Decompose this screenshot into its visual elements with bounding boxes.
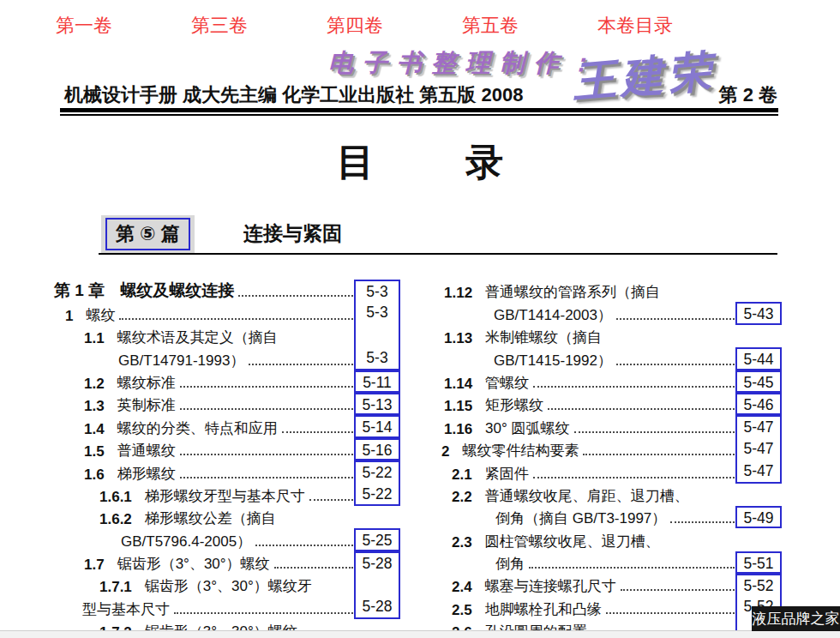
toc-entry-number: 1.16	[444, 421, 472, 438]
page-number-link[interactable]: 5-3	[354, 302, 400, 324]
dot-leader	[255, 545, 353, 546]
nav-link-volume-1[interactable]: 第一卷	[56, 13, 112, 39]
toc-entry-title: 普通螺纹的管路系列（摘自	[485, 282, 660, 302]
dot-leader	[574, 431, 735, 433]
dot-leader	[548, 408, 735, 410]
toc-entry-number: 1.1	[84, 330, 105, 347]
page-number-link[interactable]: 5-45	[735, 370, 782, 393]
toc-entry-number: 1.4	[84, 421, 105, 438]
page-number-link[interactable]: 5-49	[735, 506, 782, 528]
page-number-link[interactable]: 5-51	[735, 551, 782, 574]
page-number-link[interactable]: 5-14	[354, 415, 400, 437]
page-number-link[interactable]: 5-16	[354, 438, 400, 460]
toc-entry-title: 螺纹的分类、特点和应用	[117, 418, 278, 438]
toc-entry: 1.6梯形螺纹5-22	[54, 460, 400, 483]
page-number-cell[interactable]	[354, 325, 400, 347]
header-rule-thick	[60, 108, 778, 112]
toc-entry-title: 螺纹	[86, 305, 115, 325]
toc-entry: 1.3英制标准5-13	[54, 393, 400, 415]
toc-entry-number: 1.3	[84, 398, 105, 415]
nav-link-this-volume-toc[interactable]: 本卷目录	[597, 13, 673, 39]
toc-entry-title: 倒角	[495, 554, 525, 574]
toc-entry: 1.4螺纹的分类、特点和应用5-14	[54, 415, 400, 437]
page-number-cell	[735, 528, 782, 551]
page-number-link[interactable]: 5-22	[354, 484, 400, 506]
toc-entry: GB/T1414-2003）5-43	[435, 302, 782, 324]
toc-entry-title: 紧固件	[485, 464, 529, 484]
page-number-cell	[735, 484, 782, 506]
toc-entry-title: 30° 圆弧螺纹	[485, 418, 569, 438]
toc-column-left: 第 1 章螺纹及螺纹连接5-31螺纹5-31.1螺纹术语及其定义（摘自GB/T1…	[54, 280, 400, 638]
page-number-link[interactable]: 5-3	[354, 347, 400, 370]
toc-entry: 1.5普通螺纹5-16	[54, 438, 400, 460]
page-number-link[interactable]: 5-47	[735, 415, 782, 437]
toc-entry: 1.1630° 圆弧螺纹5-47	[435, 415, 782, 437]
toc-entry: 2.3圆柱管螺纹收尾、退刀槽、	[435, 528, 782, 551]
dot-leader	[670, 521, 735, 523]
ebook-maker-credit: 电子书整理制作：	[328, 46, 603, 81]
page-number-link[interactable]: 5-43	[735, 302, 782, 324]
toc-entry-title: GB/T14791-1993）	[118, 351, 244, 370]
toc-entry-title: 梯形螺纹公差（摘自	[145, 509, 276, 528]
page-number-link[interactable]: 5-47	[735, 438, 782, 460]
page-number-link[interactable]: 5-25	[354, 528, 400, 551]
toc-entry-title: 螺纹零件结构要素	[462, 441, 579, 460]
page-number-link[interactable]: 5-52	[735, 574, 782, 596]
page-number-link[interactable]: 5-22	[354, 460, 400, 483]
toc-entry-number: 2	[441, 443, 449, 460]
section-badge-link[interactable]: 第 ⑤ 篇	[105, 218, 190, 250]
toc-entry-number: 1.7.1	[99, 579, 132, 596]
toc-entry-number: 1.7	[84, 557, 105, 574]
dot-leader	[533, 386, 735, 388]
nav-link-volume-4[interactable]: 第四卷	[327, 13, 383, 39]
dot-leader	[174, 612, 353, 614]
toc-entry-number: 2.5	[452, 602, 472, 619]
page-number-link[interactable]: 5-46	[735, 393, 782, 415]
toc-column-right: 1.12普通螺纹的管路系列（摘自GB/T1414-2003）5-431.13米制…	[435, 280, 782, 638]
dot-leader	[282, 431, 353, 433]
toc-entry-title: 螺纹术语及其定义（摘自	[117, 328, 278, 347]
page-number-link[interactable]: 5-28	[354, 551, 400, 574]
viewer-bottom-strip	[0, 630, 840, 638]
dot-leader	[180, 408, 353, 410]
toc-entry: 1.7锯齿形（3°、30°）螺纹5-28	[54, 551, 400, 574]
toc-entry: 1.13米制锥螺纹（摘自	[435, 325, 782, 347]
page-number-cell[interactable]	[354, 574, 400, 596]
toc-entry-title: 型与基本尺寸	[82, 599, 170, 619]
toc-entry: 1.6.1梯形螺纹牙型与基本尺寸5-22	[54, 484, 400, 506]
dot-leader	[249, 364, 353, 365]
page-number-link[interactable]: 5-28	[354, 596, 400, 618]
toc-entry-number: 2.1	[452, 466, 472, 484]
page-title-char: 目	[337, 137, 375, 188]
toc-entry: 2.2普通螺纹收尾、肩距、退刀槽、	[435, 484, 782, 506]
dot-leader	[616, 318, 735, 320]
page-number-link[interactable]: 5-3	[354, 280, 400, 302]
toc-entry: 1螺纹5-3	[54, 302, 400, 324]
toc-entry-title: 管螺纹	[485, 373, 529, 393]
page-number-link[interactable]: 5-11	[354, 370, 400, 393]
dot-leader	[533, 477, 735, 478]
toc-entry-title: 锯齿形（3°、30°）螺纹牙	[145, 576, 312, 596]
toc-entry: GB/T5796.4-2005）5-25	[54, 528, 400, 551]
dot-leader	[309, 499, 353, 501]
page-number-cell	[735, 280, 782, 302]
dot-leader	[606, 612, 735, 614]
section-rule	[99, 253, 777, 255]
toc-entry-number: 1	[65, 308, 73, 325]
toc-entry: 型与基本尺寸5-28	[54, 596, 400, 618]
toc-entry: 2.5地脚螺栓孔和凸缘5-52	[435, 596, 782, 618]
nav-link-volume-3[interactable]: 第三卷	[191, 13, 248, 39]
page-number-link[interactable]: 5-44	[735, 347, 782, 370]
nav-link-volume-5[interactable]: 第五卷	[462, 13, 519, 39]
page-title: 目 录	[0, 137, 840, 188]
dot-leader	[180, 386, 353, 388]
page-number-link[interactable]: 5-47	[735, 460, 782, 483]
toc-entry-number: 第 1 章	[54, 280, 105, 302]
dot-leader	[583, 454, 735, 455]
toc-entry: 1.7.1锯齿形（3°、30°）螺纹牙	[54, 574, 400, 596]
toc-entry-number: 1.6	[84, 466, 105, 484]
page-number-link[interactable]: 5-13	[354, 393, 400, 415]
pdf-toc-page: 第一卷 第三卷 第四卷 第五卷 本卷目录 电子书整理制作： 王建荣 机械设计手册…	[0, 0, 840, 638]
toc-entry-title: 普通螺纹	[117, 441, 176, 460]
dot-leader	[238, 295, 353, 297]
